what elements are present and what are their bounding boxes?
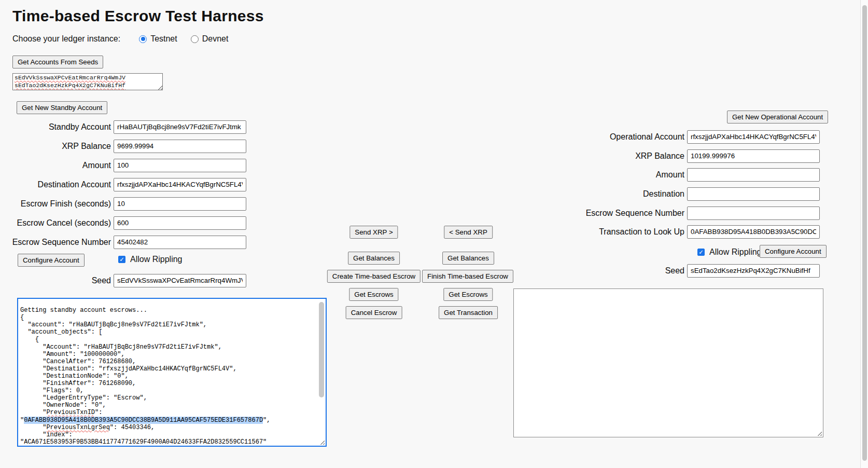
operational-allow-rippling-label: Allow Rippling [709, 247, 762, 257]
field-operational-account: Operational Account [570, 130, 820, 144]
send-xrp-to-operational-button[interactable]: Send XRP > [349, 226, 398, 239]
get-balances-standby-button[interactable]: Get Balances [348, 252, 400, 265]
create-time-based-escrow-button[interactable]: Create Time-based Escrow [327, 270, 421, 283]
get-transaction-button[interactable]: Get Transaction [439, 306, 498, 319]
get-accounts-from-seeds-button[interactable]: Get Accounts From Seeds [12, 56, 103, 68]
field-operational-amount: Amount [570, 168, 820, 182]
field-transaction-to-look-up: Transaction to Look Up [570, 225, 820, 239]
operational-destination-input[interactable] [687, 187, 820, 201]
standby-results-content: Getting standby account escrows... { "ac… [18, 299, 326, 446]
operational-results-content [514, 289, 823, 437]
testnet-radio[interactable] [139, 35, 147, 43]
operational-amount-input[interactable] [687, 168, 820, 182]
standby-seed-input[interactable] [114, 274, 246, 287]
standby-account-input[interactable] [114, 120, 246, 134]
page-scrollbar[interactable] [860, 0, 868, 468]
field-operational-xrp-balance: XRP Balance [570, 149, 820, 163]
get-new-operational-account-button[interactable]: Get New Operational Account [727, 111, 828, 123]
operational-escrow-sequence-label: Escrow Sequence Number [570, 209, 687, 218]
field-escrow-cancel: Escrow Cancel (seconds) [0, 216, 246, 230]
operational-results-textarea[interactable] [513, 288, 823, 437]
radio-group-testnet: Testnet [139, 34, 177, 44]
ledger-instance-prompt: Choose your ledger instance: [12, 34, 120, 44]
page-scrollbar-thumb[interactable] [862, 5, 867, 461]
field-operational-destination: Destination [570, 187, 820, 201]
standby-xrp-balance-label: XRP Balance [0, 142, 114, 151]
operational-seed-input[interactable] [687, 264, 820, 278]
standby-seed-label: Seed [0, 276, 114, 285]
operational-escrow-sequence-input[interactable] [687, 207, 820, 220]
field-standby-account: Standby Account [0, 120, 246, 134]
page-title: Time-based Escrow Test Harness [12, 7, 264, 25]
transaction-to-look-up-label: Transaction to Look Up [570, 227, 687, 237]
operational-allow-rippling-row: Allow Rippling [697, 246, 762, 258]
escrow-cancel-input[interactable] [114, 216, 246, 230]
send-xrp-to-standby-button[interactable]: < Send XRP [444, 226, 493, 239]
standby-account-label: Standby Account [0, 122, 114, 132]
standby-escrow-sequence-input[interactable] [114, 236, 246, 249]
escrow-cancel-label: Escrow Cancel (seconds) [0, 218, 114, 228]
seeds-textarea[interactable]: sEdVVkSsswaXPCvEatRmcarRrq4WmJV sEdTao2d… [12, 73, 163, 90]
testnet-radio-label: Testnet [150, 34, 177, 44]
operational-xrp-balance-input[interactable] [687, 149, 820, 163]
standby-allow-rippling-checkbox[interactable] [118, 256, 125, 263]
radio-group-devnet: Devnet [191, 34, 229, 44]
standby-allow-rippling-label: Allow Rippling [130, 255, 183, 264]
standby-destination-input[interactable] [114, 178, 246, 191]
cancel-escrow-button[interactable]: Cancel Escrow [346, 306, 402, 319]
operational-seed-label: Seed [570, 266, 687, 276]
field-operational-escrow-sequence: Escrow Sequence Number [570, 206, 820, 220]
standby-destination-label: Destination Account [0, 180, 114, 189]
field-escrow-finish: Escrow Finish (seconds) [0, 197, 246, 211]
field-standby-escrow-sequence: Escrow Sequence Number [0, 235, 246, 249]
operational-xrp-balance-label: XRP Balance [570, 152, 687, 161]
field-standby-destination: Destination Account [0, 177, 246, 191]
get-escrows-operational-button[interactable]: Get Escrows [443, 288, 493, 301]
standby-xrp-balance-input[interactable] [114, 140, 246, 153]
standby-escrow-sequence-label: Escrow Sequence Number [0, 238, 114, 247]
standby-results-scrollbar-thumb[interactable] [319, 302, 324, 397]
operational-account-label: Operational Account [570, 132, 687, 142]
escrow-test-harness-page: Time-based Escrow Test Harness Choose yo… [0, 0, 868, 468]
field-standby-seed: Seed [0, 273, 246, 287]
transaction-to-look-up-input[interactable] [687, 225, 820, 239]
operational-allow-rippling-checkbox[interactable] [697, 249, 705, 256]
operational-configure-account-button[interactable]: Configure Account [760, 245, 827, 258]
get-new-standby-account-button[interactable]: Get New Standby Account [17, 101, 107, 114]
operational-destination-label: Destination [570, 189, 687, 199]
ledger-instance-row: Choose your ledger instance: Testnet Dev… [12, 33, 242, 45]
operational-account-input[interactable] [687, 130, 820, 144]
get-balances-operational-button[interactable]: Get Balances [442, 252, 494, 265]
field-standby-amount: Amount [0, 158, 246, 172]
standby-results-textarea[interactable]: Getting standby account escrows... { "ac… [17, 298, 327, 447]
standby-amount-input[interactable] [114, 159, 246, 172]
devnet-radio[interactable] [191, 35, 199, 43]
standby-allow-rippling-row: Allow Rippling [118, 254, 183, 265]
devnet-radio-label: Devnet [202, 34, 229, 44]
escrow-finish-input[interactable] [114, 197, 246, 211]
field-standby-xrp-balance: XRP Balance [0, 139, 246, 153]
standby-amount-label: Amount [0, 161, 114, 170]
standby-configure-account-button[interactable]: Configure Account [18, 254, 85, 267]
finish-time-based-escrow-button[interactable]: Finish Time-based Escrow [422, 270, 513, 283]
get-escrows-standby-button[interactable]: Get Escrows [349, 288, 398, 301]
operational-amount-label: Amount [570, 170, 687, 180]
escrow-finish-label: Escrow Finish (seconds) [0, 199, 114, 209]
field-operational-seed: Seed [570, 264, 820, 278]
